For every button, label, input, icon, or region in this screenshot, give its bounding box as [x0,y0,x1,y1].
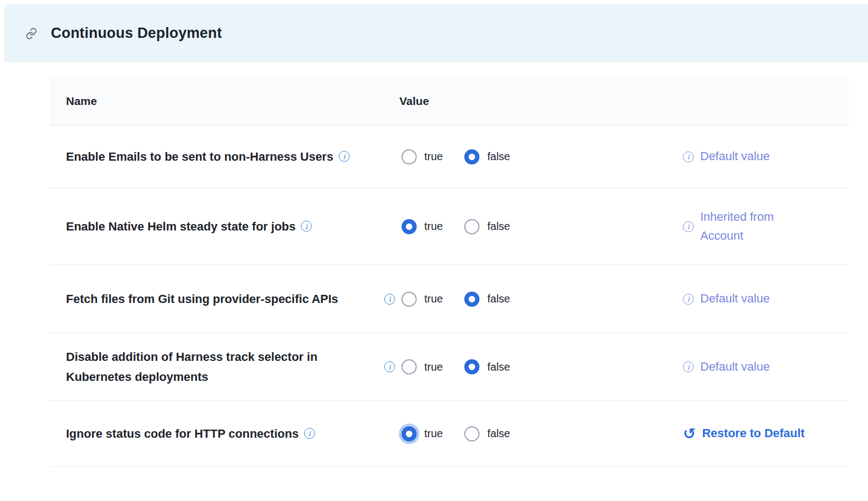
settings-table: Name Value Enable Emails to be sent to n… [50,77,849,467]
setting-name: Ignore status code for HTTP connections [66,427,299,440]
status-cell: i Inherited from Account [676,208,849,245]
table-row: Ignore status code for HTTP connectionsi… [50,401,849,467]
status-cell: i Default value [676,147,849,166]
info-icon[interactable]: i [683,151,694,162]
lead-slot: i [384,294,402,305]
radio-false[interactable] [464,219,479,234]
radio-option-false[interactable]: false [464,426,510,441]
radio-option-true[interactable]: true [402,426,443,441]
info-icon[interactable]: i [683,221,694,232]
radio-false-label: false [487,220,510,233]
settings-main: Name Value Enable Emails to be sent to n… [0,62,868,467]
radio-option-true[interactable]: true [402,292,443,307]
link-icon[interactable] [25,27,38,40]
section-header: Continuous Deployment [4,4,868,62]
status-label: Default value [700,147,770,166]
restore-icon[interactable]: ↺ [683,426,695,441]
radio-option-false[interactable]: false [464,292,510,307]
info-icon[interactable]: i [304,428,315,439]
radio-true-label: true [424,220,443,233]
column-header-value: Value [384,95,676,108]
restore-to-default-button[interactable]: Restore to Default [702,424,804,443]
info-icon[interactable]: i [683,294,694,305]
column-header-name: Name [66,95,384,108]
status-label: Inherited from Account [700,208,814,245]
radio-option-true[interactable]: true [402,359,443,374]
setting-name: Fetch files from Git using provider-spec… [66,292,338,306]
radio-true-label: true [424,293,443,305]
setting-name-cell: Enable Emails to be sent to non-Harness … [66,147,384,167]
setting-value-cell: i true false [384,359,676,374]
setting-name-cell: Enable Native Helm steady state for jobs… [66,216,384,236]
info-icon[interactable]: i [301,221,312,232]
setting-name: Enable Emails to be sent to non-Harness … [66,150,333,163]
status-label: Default value [700,358,770,376]
radio-option-true[interactable]: true [402,149,443,164]
lead-slot: i [384,361,402,372]
radio-false-label: false [487,361,510,373]
radio-option-false[interactable]: false [464,149,510,164]
setting-name-cell: Ignore status code for HTTP connectionsi [66,424,384,444]
radio-false[interactable] [464,149,479,164]
setting-value-cell: true false [384,219,676,234]
info-icon[interactable]: i [683,361,694,372]
setting-name-cell: Fetch files from Git using provider-spec… [66,289,384,309]
radio-false[interactable] [464,292,479,307]
radio-true-label: true [424,427,443,440]
setting-name: Disable addition of Harness track select… [66,350,318,384]
radio-option-true[interactable]: true [402,219,443,234]
radio-true-label: true [424,361,443,373]
radio-true[interactable] [402,149,417,164]
table-row: Enable Emails to be sent to non-Harness … [50,126,849,188]
radio-option-false[interactable]: false [464,219,510,234]
status-label: Default value [700,289,770,308]
radio-false-label: false [487,150,510,163]
info-icon[interactable]: i [384,294,395,305]
radio-false-label: false [487,293,510,305]
radio-true[interactable] [402,219,417,234]
info-icon[interactable]: i [384,361,395,372]
radio-false[interactable] [464,359,479,374]
radio-true[interactable] [402,359,417,374]
table-header-row: Name Value [50,77,849,126]
table-row: Disable addition of Harness track select… [50,333,849,401]
radio-option-false[interactable]: false [464,359,510,374]
status-cell: ↺ Restore to Default [676,424,849,443]
setting-value-cell: i true false [384,292,676,307]
table-row: Fetch files from Git using provider-spec… [50,265,849,333]
table-row: Enable Native Helm steady state for jobs… [50,188,849,265]
setting-name: Enable Native Helm steady state for jobs [66,220,295,233]
setting-name-cell: Disable addition of Harness track select… [66,347,384,387]
radio-false-label: false [487,427,510,440]
status-cell: i Default value [676,289,849,308]
radio-true[interactable] [402,426,417,441]
setting-value-cell: true false [384,426,676,441]
page-title: Continuous Deployment [51,25,222,42]
radio-false[interactable] [464,426,479,441]
status-cell: i Default value [676,358,849,376]
radio-true[interactable] [402,292,417,307]
radio-true-label: true [424,150,443,163]
setting-value-cell: true false [384,149,676,164]
info-icon[interactable]: i [339,151,350,162]
